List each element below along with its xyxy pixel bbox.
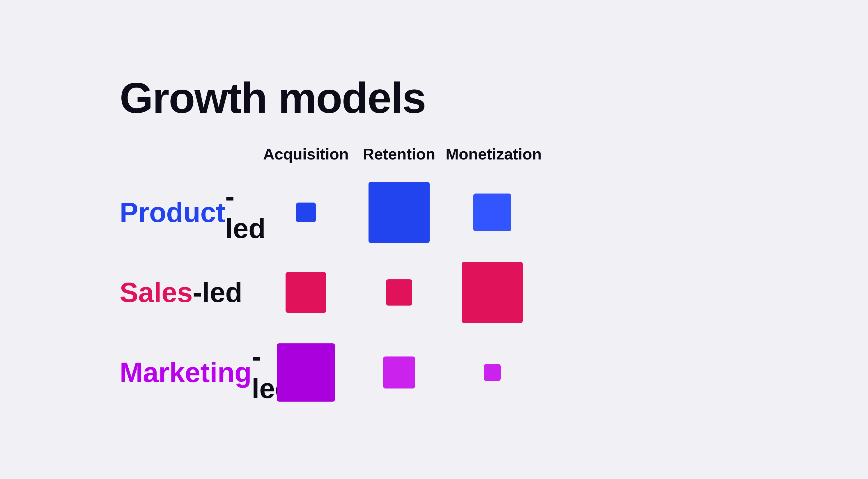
product-monetization-square (473, 194, 511, 231)
marketing-led-label: Marketing-led (120, 341, 259, 405)
product-retention-square (369, 182, 430, 243)
product-acquisition-cell (259, 202, 352, 222)
sales-led-label: Sales-led (120, 277, 259, 309)
marketing-acquisition-square (277, 343, 335, 402)
page-container: Growth models Acquisition Retention Mone… (85, 51, 783, 428)
column-header-monetization: Monetization (446, 145, 539, 163)
column-header-acquisition: Acquisition (259, 145, 352, 163)
marketing-monetization-cell (446, 364, 539, 381)
sales-acquisition-cell (259, 272, 352, 313)
product-accent: Product (120, 196, 225, 228)
column-header-retention: Retention (352, 145, 446, 163)
growth-models-grid: Acquisition Retention Monetization Produ… (120, 145, 748, 405)
sales-monetization-cell (446, 262, 539, 323)
product-led-label: Product-led (120, 181, 259, 245)
sales-retention-cell (352, 279, 446, 306)
sales-retention-square (386, 279, 412, 306)
sales-monetization-square (462, 262, 523, 323)
marketing-retention-cell (352, 356, 446, 388)
page-title: Growth models (120, 74, 748, 122)
sales-acquisition-square (285, 272, 326, 313)
product-monetization-cell (446, 194, 539, 231)
marketing-monetization-square (484, 364, 501, 381)
product-retention-cell (352, 182, 446, 243)
sales-suffix: -led (193, 277, 243, 309)
marketing-accent: Marketing (120, 356, 251, 388)
marketing-acquisition-cell (259, 343, 352, 402)
marketing-retention-square (383, 356, 415, 388)
product-acquisition-square (296, 202, 316, 222)
sales-accent: Sales (120, 277, 193, 309)
